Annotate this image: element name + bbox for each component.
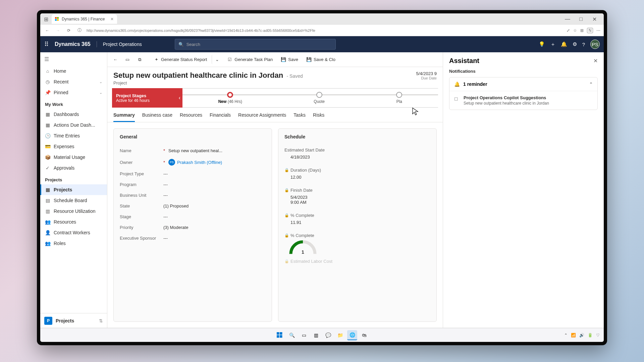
notifications-heading: Notifications — [449, 69, 598, 74]
search-icon: 🔍 — [178, 42, 184, 47]
sidebar-area-switcher[interactable]: P Projects ⇅ — [40, 313, 107, 328]
settings-icon[interactable]: ⚙ — [573, 41, 577, 47]
extensions-icon[interactable]: ⊞ — [580, 28, 584, 33]
bpf-stage-quote[interactable]: Quote — [314, 92, 325, 104]
favorite-icon[interactable]: ☆ — [573, 28, 577, 33]
browser-tab[interactable]: Dynamics 365 | Finance ✕ — [52, 14, 117, 24]
wifi-icon[interactable]: 📶 — [571, 333, 576, 338]
sidebar-item-recent[interactable]: ◷Recent⌄ — [40, 76, 107, 87]
window-close-icon[interactable]: ✕ — [590, 16, 598, 22]
nav-back-icon[interactable]: ← — [44, 28, 51, 33]
nav-refresh-icon[interactable]: ⟳ — [65, 28, 72, 33]
field-est-start[interactable]: Estimated Start Date4/18/2023 — [284, 145, 430, 166]
generate-status-report-button[interactable]: ✦Generate Status Report — [150, 55, 210, 64]
sidebar-toggle-icon[interactable]: ☰ — [40, 52, 107, 66]
tab-tasks[interactable]: Tasks — [293, 112, 306, 122]
area-tile: P — [44, 317, 52, 325]
back-button[interactable]: ← — [110, 55, 121, 64]
taskbar-teams-icon[interactable]: 💬 — [323, 330, 333, 340]
sidebar-item-home[interactable]: ⌂Home — [40, 66, 107, 76]
field-priority[interactable]: Priority(3) Moderate — [120, 222, 266, 233]
tab-favicon — [55, 17, 59, 21]
field-name[interactable]: Name*Setup new outpatient heal... — [120, 145, 266, 156]
sidebar-item-resources[interactable]: 👥Resources — [40, 217, 107, 227]
sidebar-item-expenses[interactable]: 💳Expenses — [40, 141, 107, 152]
taskbar-widgets-icon[interactable]: ▥ — [311, 330, 321, 340]
search-placeholder: Search — [186, 42, 200, 47]
tab-summary[interactable]: Summary — [113, 112, 135, 122]
bpf-collapse-icon[interactable]: ‹ — [179, 95, 180, 101]
global-search-input[interactable]: 🔍 Search — [175, 39, 336, 50]
save-close-button[interactable]: 💾Save & Clo — [303, 55, 339, 64]
tab-actions-icon[interactable]: ⊞ — [42, 16, 50, 22]
nav-forward-icon[interactable]: → — [54, 28, 62, 33]
zoom-icon[interactable]: ⤢ — [567, 28, 570, 33]
sidebar-item-projects[interactable]: ▦Projects — [40, 184, 107, 195]
sidebar-item-dashboards[interactable]: ▦Dashboards — [40, 109, 107, 120]
field-stage[interactable]: Stage--- — [120, 212, 266, 222]
window-maximize-icon[interactable]: □ — [577, 16, 585, 22]
sidebar-item-approvals[interactable]: ✓Approvals — [40, 163, 107, 173]
taskbar-search-icon[interactable]: 🔍 — [287, 330, 297, 340]
field-project-type[interactable]: Project Type--- — [120, 169, 266, 179]
field-owner[interactable]: Owner*PSPrakash Smith (Offline) — [120, 156, 266, 169]
tab-resources[interactable]: Resources — [180, 112, 202, 122]
field-state[interactable]: State(1) Proposed — [120, 201, 266, 212]
tab-resource-assignments[interactable]: Resource Assignments — [238, 112, 286, 122]
field-business-unit[interactable]: Business Unit--- — [120, 190, 266, 201]
reminder-header[interactable]: 🔔 1 reminder ⌃ — [449, 77, 597, 91]
system-tray[interactable]: ⌃ 📶 🔊 🔋 ♡ — [564, 333, 600, 338]
tray-chevron-icon[interactable]: ⌃ — [564, 333, 568, 338]
tab-close-icon[interactable]: ✕ — [110, 17, 114, 21]
site-info-icon[interactable]: ⓘ — [76, 27, 83, 33]
bpf-stage-new[interactable]: New (46 Hrs) — [218, 92, 242, 104]
utilization-icon: ▥ — [45, 208, 50, 214]
open-new-window-icon[interactable]: ⧉ — [134, 55, 145, 64]
idea-icon[interactable]: 💡 — [539, 41, 545, 47]
add-icon[interactable]: ＋ — [550, 41, 555, 48]
tab-risks[interactable]: Risks — [313, 112, 324, 122]
sidebar-item-resource-utilization[interactable]: ▥Resource Utilization — [40, 206, 107, 217]
sidebar-item-pinned[interactable]: 📌Pinned⌄ — [40, 87, 107, 98]
generate-task-plan-button[interactable]: ☑Generate Task Plan — [224, 55, 276, 64]
field-executive-sponsor[interactable]: Executive Sponsor--- — [120, 233, 266, 244]
sidebar-item-schedule-board[interactable]: ▤Schedule Board — [40, 195, 107, 206]
tray-heart-icon[interactable]: ♡ — [596, 333, 600, 338]
stage-dot-icon — [227, 92, 233, 98]
battery-icon[interactable]: 🔋 — [588, 333, 593, 338]
taskbar-explorer-icon[interactable]: 📁 — [335, 330, 345, 340]
app-launcher-icon[interactable]: ⠿ — [44, 41, 49, 48]
url-text[interactable]: http://www.dynamics365.crm/projectoperat… — [87, 28, 563, 33]
sidebar-item-contract-workers[interactable]: 👤Contract Workers — [40, 227, 107, 238]
sidebar-item-roles[interactable]: 👥Roles — [40, 238, 107, 249]
user-avatar[interactable]: PS — [590, 40, 600, 49]
sidebar-item-actions-due[interactable]: ▦Actions Due Dash... — [40, 120, 107, 130]
window-minimize-icon[interactable]: — — [564, 16, 572, 22]
profile-badge[interactable]: N — [587, 28, 593, 33]
sidebar-item-time-entries[interactable]: 🕒Time Entries — [40, 130, 107, 141]
bpf-badge[interactable]: Project Stages Active for 46 hours ‹ — [112, 88, 182, 108]
stage-dot-icon — [396, 92, 402, 98]
start-button[interactable] — [275, 330, 285, 340]
generate-report-dropdown[interactable]: ⌄ — [212, 55, 222, 64]
sidebar-item-material-usage[interactable]: 📦Material Usage — [40, 152, 107, 163]
tab-financials[interactable]: Financials — [210, 112, 231, 122]
dashboard-icon: ▦ — [45, 112, 50, 117]
taskbar-edge-icon[interactable]: 🌐 — [347, 330, 357, 340]
tab-business-case[interactable]: Business case — [142, 112, 172, 122]
volume-icon[interactable]: 🔊 — [579, 333, 584, 338]
brand-label[interactable]: Dynamics 365 — [55, 41, 97, 47]
taskbar-store-icon[interactable]: 🛍 — [359, 330, 369, 340]
notification-item[interactable]: ◻ Project Operations Copilot Suggestions… — [449, 91, 597, 110]
field-program[interactable]: Program--- — [120, 179, 266, 190]
browser-menu-icon[interactable]: ⋯ — [596, 28, 600, 33]
open-record-set-icon[interactable]: ▭ — [122, 55, 133, 64]
notifications-icon[interactable]: 🔔 — [561, 41, 567, 47]
taskbar-taskview-icon[interactable]: ▭ — [299, 330, 309, 340]
save-button[interactable]: 💾Save — [277, 55, 302, 64]
notification-card: 🔔 1 reminder ⌃ ◻ Project Operations Copi… — [449, 77, 598, 110]
assistant-close-icon[interactable]: ✕ — [593, 58, 598, 64]
help-icon[interactable]: ? — [582, 42, 585, 47]
bpf-stage-plan[interactable]: Pla — [396, 92, 402, 104]
main-content: ← ▭ ⧉ ✦Generate Status Report ⌄ ☑Generat… — [107, 52, 443, 328]
